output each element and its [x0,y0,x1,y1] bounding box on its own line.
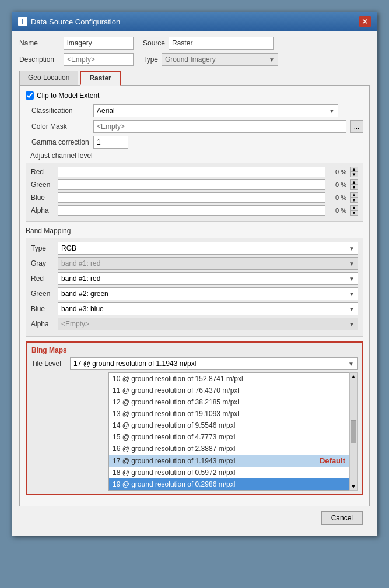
description-type-row: Description Type Ground Imagery ▼ [19,53,370,66]
tab-raster[interactable]: Raster [80,71,120,86]
name-input[interactable] [64,37,134,50]
name-label: Name [19,39,60,47]
channel-red-row: Red 0 % ▲ ▼ [31,167,358,177]
channel-alpha-label: Alpha [31,206,54,214]
channel-red-up[interactable]: ▲ [350,167,358,172]
channel-alpha-up[interactable]: ▲ [350,205,358,210]
close-button[interactable]: ✕ [359,16,371,27]
window-icon: i [18,17,27,26]
gamma-input[interactable] [93,136,128,149]
band-blue-arrow: ▼ [349,306,355,312]
band-red-dropdown[interactable]: band #1: red ▼ [58,272,358,285]
scroll-down-arrow[interactable]: ▼ [351,483,357,490]
list-item[interactable]: 16 @ ground resolution of 2.3887 m/pxl [109,443,349,455]
channel-red-spinner[interactable]: ▲ ▼ [350,167,358,177]
band-gray-label: Gray [31,259,54,267]
band-blue-label: Blue [31,305,54,313]
classification-label: Classification [31,107,90,115]
description-input[interactable] [64,53,134,66]
color-mask-input-group: ... [93,120,363,133]
scroll-up-arrow[interactable]: ▲ [351,373,357,380]
channel-alpha-down[interactable]: ▼ [350,210,358,216]
data-source-configuration-window: i Data Source Configuration ✕ Name Sourc… [12,12,377,536]
tile-level-row: Tile Level 17 @ ground resolution of 1.1… [31,357,358,370]
band-type-dropdown[interactable]: RGB ▼ [58,242,358,255]
band-mapping-section: Type RGB ▼ Gray band #1: red ▼ Red [26,238,363,337]
browse-button[interactable]: ... [350,120,363,133]
list-item[interactable]: 11 @ ground resolution of 76.4370 m/pxl [109,385,349,396]
type-dropdown[interactable]: Ground Imagery ▼ [162,53,278,66]
band-green-dropdown[interactable]: band #2: green ▼ [58,287,358,300]
channel-green-down[interactable]: ▼ [350,185,358,190]
source-input[interactable] [169,37,274,50]
list-item[interactable]: 12 @ ground resolution of 38.2185 m/pxl [109,396,349,408]
clip-checkbox-row: Clip to Model Extent [26,91,363,100]
color-mask-input[interactable] [93,120,346,133]
list-item-17[interactable]: 17 @ ground resolution of 1.1943 m/pxl D… [109,455,349,467]
tabs-row: Geo Location Raster [19,71,370,86]
band-red-arrow: ▼ [349,276,355,282]
title-bar-left: i Data Source Configuration [18,17,120,26]
scrollbar[interactable]: ▲ ▼ [349,372,358,491]
list-item[interactable]: 14 @ ground resolution of 9.5546 m/pxl [109,420,349,431]
bing-maps-section: Bing Maps Tile Level 17 @ ground resolut… [26,341,363,495]
band-gray-row: Gray band #1: red ▼ [31,257,358,270]
channel-red-label: Red [31,168,54,176]
channel-green-value: 0 % [329,181,346,188]
band-blue-dropdown[interactable]: band #3: blue ▼ [58,302,358,315]
list-item[interactable]: 13 @ ground resolution of 19.1093 m/pxl [109,408,349,420]
gamma-label: Gamma correction [31,138,90,146]
classification-arrow: ▼ [329,108,335,114]
channel-alpha-row: Alpha 0 % ▲ ▼ [31,205,358,216]
band-gray-dropdown[interactable]: band #1: red ▼ [58,257,358,270]
color-mask-row: Color Mask ... [26,120,363,133]
classification-dropdown[interactable]: Aerial ▼ [93,104,338,117]
bottom-buttons: Cancel [19,506,370,530]
channel-blue-down[interactable]: ▼ [350,198,358,203]
channel-blue-value: 0 % [329,194,346,201]
band-green-arrow: ▼ [349,291,355,297]
raster-panel: Clip to Model Extent Classification Aeri… [19,86,370,506]
clip-checkbox[interactable] [26,91,34,100]
cancel-button[interactable]: Cancel [321,511,363,525]
band-alpha-dropdown[interactable]: <Empty> ▼ [58,318,358,330]
channel-blue-spinner[interactable]: ▲ ▼ [350,192,358,203]
channel-blue-row: Blue 0 % ▲ ▼ [31,192,358,203]
band-type-label: Type [31,244,54,252]
band-red-row: Red band #1: red ▼ [31,272,358,285]
band-green-row: Green band #2: green ▼ [31,287,358,300]
channel-alpha-bar [58,205,325,216]
clip-label: Clip to Model Extent [37,91,99,100]
gamma-row: Gamma correction [26,136,363,149]
channel-blue-up[interactable]: ▲ [350,192,358,198]
scroll-thumb[interactable] [351,420,356,443]
tile-level-arrow: ▼ [348,361,354,367]
channel-alpha-spinner[interactable]: ▲ ▼ [350,205,358,216]
channel-red-bar [58,167,325,177]
band-blue-row: Blue band #3: blue ▼ [31,302,358,315]
type-label: Type [143,55,158,64]
list-item[interactable]: 18 @ ground resolution of 0.5972 m/pxl [109,467,349,478]
channel-red-down[interactable]: ▼ [350,172,358,177]
channel-green-spinner[interactable]: ▲ ▼ [350,179,358,190]
list-item-19[interactable]: 19 @ ground resolution of 0.2986 m/pxl [109,478,349,490]
adjust-channel-title: Adjust channel level [26,152,363,160]
channel-green-bar [58,179,325,190]
channel-section: Red 0 % ▲ ▼ Green 0 % [26,163,363,222]
list-item[interactable]: 10 @ ground resolution of 152.8741 m/pxl [109,373,349,385]
channel-blue-label: Blue [31,193,54,202]
tab-geo-location[interactable]: Geo Location [19,71,78,85]
classification-row: Classification Aerial ▼ [26,104,363,117]
band-alpha-arrow: ▼ [349,321,355,328]
list-item[interactable]: 15 @ ground resolution of 4.7773 m/pxl [109,431,349,443]
title-bar: i Data Source Configuration ✕ [12,12,377,31]
band-alpha-label: Alpha [31,320,54,328]
tile-level-list-container: 10 @ ground resolution of 152.8741 m/pxl… [70,372,358,491]
band-gray-arrow: ▼ [349,260,355,267]
content-area: Name Source Description Type Ground Imag… [12,31,377,536]
tile-level-dropdown[interactable]: 17 @ ground resolution of 1.1943 m/pxl ▼ [70,357,358,370]
tile-level-list: 10 @ ground resolution of 152.8741 m/pxl… [108,372,349,491]
channel-green-up[interactable]: ▲ [350,179,358,185]
channel-blue-bar [58,192,325,203]
channel-alpha-value: 0 % [329,207,346,214]
